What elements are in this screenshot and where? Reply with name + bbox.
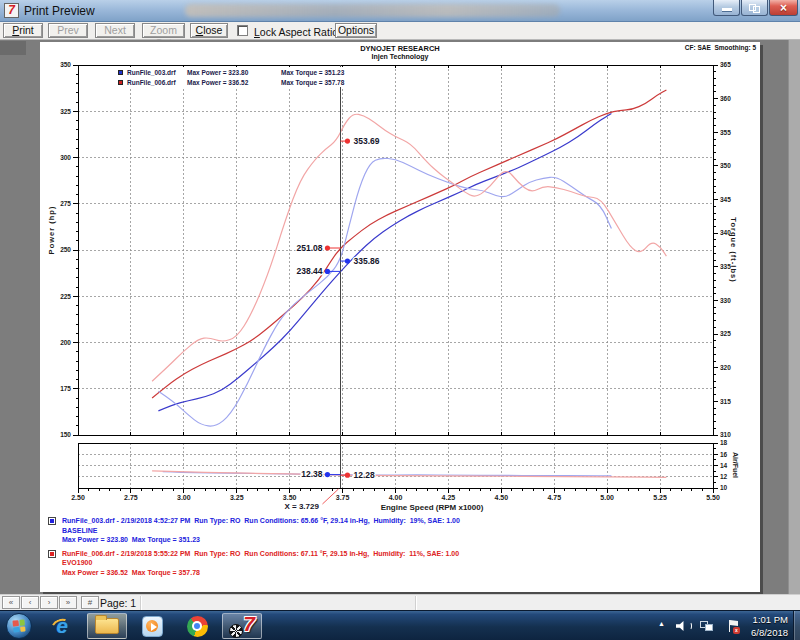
x-tick-label: 5.50 (706, 494, 720, 501)
taskbar-item-dyno-app[interactable]: 7 (222, 613, 262, 639)
x-tick-label: 5.25 (653, 494, 667, 501)
dynojet-seven-icon: 7 (229, 614, 255, 638)
zoom-out-button[interactable]: Zoom Out (142, 23, 185, 38)
airfuel-tick-label: 18 (720, 439, 728, 446)
x-tick-label: 2.50 (71, 494, 85, 501)
power-axis-label: Power (hp) (47, 206, 56, 255)
first-page-button[interactable]: « (2, 596, 20, 609)
torque-tick-label: 350 (720, 162, 731, 169)
power-tick-label: 350 (60, 61, 71, 68)
minimize-button[interactable] (713, 0, 740, 16)
curve-torque-evo1900 (152, 114, 666, 381)
annotation-dot (345, 473, 350, 478)
taskbar-item-ie[interactable]: e (42, 613, 82, 639)
workspace-corner (0, 41, 26, 55)
start-button[interactable] (6, 613, 32, 639)
torque-tick-label: 330 (720, 297, 731, 304)
torque-tick-label: 310 (720, 431, 731, 438)
run-line: BASELINE (62, 526, 748, 536)
close-window-button[interactable]: × (769, 0, 798, 16)
show-desktop-button[interactable] (793, 611, 800, 640)
torque-tick-label: 320 (720, 364, 731, 371)
x-tick-label: 2.75 (124, 494, 138, 501)
options-button[interactable]: Options (335, 23, 377, 38)
x-tick-label: 4.50 (495, 494, 509, 501)
x-tick-label: 4.00 (389, 494, 403, 501)
annotation-dot (325, 269, 330, 274)
cursor-x-label: X = 3.729 (284, 502, 319, 511)
run-info-footer: RunFile_003.drf - 2/19/2018 4:52:27 PM R… (48, 516, 748, 581)
lock-aspect-ratio-label: Lock Aspect Ratio (254, 26, 338, 38)
curve-power-evo1900 (152, 90, 666, 398)
annotation-dot (345, 138, 350, 143)
restore-button[interactable] (741, 0, 768, 16)
redacted-title-text (185, 4, 560, 17)
last-page-button[interactable]: » (59, 596, 77, 609)
legend-row-baseline: RunFile_003.drf Max Power = 323.80 Max T… (118, 67, 344, 77)
run-line: Max Power = 323.80 Max Torque = 351.23 (62, 535, 748, 545)
titlebar: 7 Print Preview × (0, 0, 800, 22)
toolbar: Print Prev Next Zoom Out Close Lock Aspe… (0, 22, 800, 40)
taskbar-item-explorer[interactable] (87, 613, 127, 639)
next-button[interactable]: Next (95, 23, 135, 38)
hidden-icons-button[interactable]: ▲ (658, 620, 665, 627)
torque-axis-label: Torque (ft-lbs) (729, 217, 738, 282)
run-chip-blue (48, 517, 56, 525)
airfuel-tick-label: 10 (720, 484, 728, 491)
annotation-label: 12.28 (353, 470, 375, 480)
prev-button[interactable]: Prev (48, 23, 88, 38)
x-tick-label: 4.25 (442, 494, 456, 501)
window-title: Print Preview (24, 4, 95, 18)
print-button[interactable]: Print (3, 23, 43, 38)
annotation-dot (345, 258, 350, 263)
annotation-label: 335.86 (353, 256, 379, 266)
power-tick-label: 175 (60, 385, 71, 392)
power-tick-label: 300 (60, 154, 71, 161)
x-tick-label: 3.25 (230, 494, 244, 501)
annotation-label: 12.38 (301, 469, 323, 479)
airfuel-axis-label: Air/Fuel (732, 452, 739, 478)
legend-chip-blue (118, 70, 123, 75)
run-line: RunFile_003.drf - 2/19/2018 4:52:27 PM R… (62, 516, 748, 526)
taskbar-item-media-player[interactable] (132, 613, 172, 639)
x-tick-label: 3.00 (177, 494, 191, 501)
power-tick-label: 325 (60, 108, 71, 115)
x-axis-label: Engine Speed (RPM x1000) (381, 503, 484, 512)
speaker-icon[interactable] (676, 621, 687, 631)
annotation-label: 238.44 (296, 266, 322, 276)
airfuel-tick-label: 12 (720, 473, 728, 480)
preview-workspace: DYNOJET RESEARCH Injen Technology CF: SA… (0, 40, 800, 594)
run-line: EVO1900 (62, 558, 748, 568)
power-tick-label: 150 (60, 431, 71, 438)
vertical-scrollbar[interactable] (788, 40, 800, 594)
page-indicator: Page: 1 (100, 597, 136, 609)
power-tick-label: 250 (60, 246, 71, 253)
close-icon: × (770, 1, 797, 15)
taskbar: e 7 ▲ x 1:01 PM 6/8/2018 (0, 610, 800, 640)
page-number-button[interactable]: # (81, 596, 99, 609)
taskbar-clock[interactable]: 1:01 PM 6/8/2018 (736, 613, 788, 639)
lock-aspect-ratio-checkbox[interactable] (237, 25, 248, 36)
legend-row-evo1900: RunFile_006.drf Max Power = 336.52 Max T… (118, 77, 344, 87)
annotation-dot (325, 472, 330, 477)
next-page-button[interactable]: › (40, 596, 58, 609)
tray-date: 6/8/2018 (736, 626, 788, 639)
torque-tick-label: 325 (720, 330, 731, 337)
x-tick-label: 4.75 (547, 494, 561, 501)
annotation-label: 251.08 (296, 243, 322, 253)
curve-airfuel-evo1900 (152, 471, 666, 478)
run-chip-red (48, 550, 56, 558)
app-icon: 7 (4, 3, 19, 18)
torque-tick-label: 345 (720, 196, 731, 203)
folder-icon (95, 618, 119, 634)
close-preview-button[interactable]: Close (190, 23, 228, 38)
taskbar-item-chrome[interactable] (177, 613, 217, 639)
preview-page: DYNOJET RESEARCH Injen Technology CF: SA… (40, 42, 760, 592)
run-line: Max Power = 336.52 Max Torque = 357.78 (62, 568, 748, 578)
torque-tick-label: 360 (720, 95, 731, 102)
torque-tick-label: 365 (720, 61, 731, 68)
action-center-icon[interactable] (729, 620, 731, 632)
prev-page-button[interactable]: ‹ (21, 596, 39, 609)
media-player-icon (142, 616, 163, 637)
minimize-icon (722, 8, 732, 11)
